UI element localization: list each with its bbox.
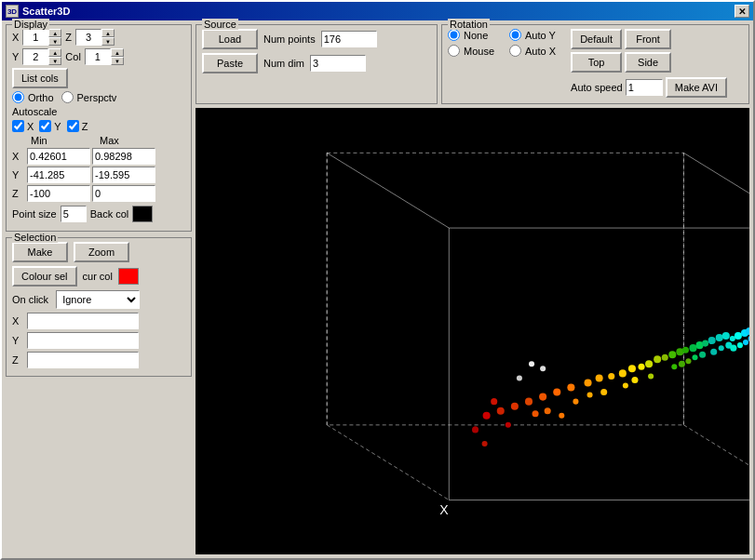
svg-point-81 xyxy=(517,375,522,380)
list-cols-button[interactable]: List cols xyxy=(12,68,68,88)
x-spinner[interactable]: ▲ ▼ xyxy=(22,29,61,46)
svg-point-19 xyxy=(472,426,479,433)
zoom-button[interactable]: Zoom xyxy=(74,242,129,262)
svg-point-52 xyxy=(692,354,697,360)
y-min-input[interactable] xyxy=(27,167,90,183)
svg-point-37 xyxy=(623,382,628,388)
svg-point-36 xyxy=(638,364,644,370)
col-spinner[interactable]: ▲ ▼ xyxy=(85,48,124,65)
svg-text:X: X xyxy=(439,502,449,517)
y-input[interactable] xyxy=(22,48,48,65)
autoscale-z-check[interactable] xyxy=(67,120,79,132)
back-color-swatch[interactable] xyxy=(132,206,153,222)
sel-z-input[interactable] xyxy=(27,352,139,368)
x-min-input[interactable] xyxy=(27,148,90,165)
svg-point-35 xyxy=(628,365,636,372)
svg-point-43 xyxy=(668,351,676,358)
z-max-input[interactable] xyxy=(92,185,155,202)
on-click-select[interactable]: Ignore Select Deselect xyxy=(56,290,140,309)
svg-line-5 xyxy=(683,153,749,228)
rot-autoy-radio[interactable] xyxy=(509,29,521,41)
svg-point-39 xyxy=(645,360,653,367)
col-up-btn[interactable]: ▲ xyxy=(111,48,124,57)
title-bar: 3D Scatter3D ✕ xyxy=(2,2,753,20)
display-group-label: Display xyxy=(12,19,49,30)
sel-z-label: Z xyxy=(12,354,25,366)
source-group-label: Source xyxy=(202,19,238,30)
z-min-input[interactable] xyxy=(27,185,90,202)
y-down-btn[interactable]: ▼ xyxy=(48,57,61,65)
y-up-btn[interactable]: ▲ xyxy=(48,48,61,57)
load-button[interactable]: Load xyxy=(202,29,258,49)
make-avi-button[interactable]: Make AVI xyxy=(666,77,727,98)
svg-point-49 xyxy=(689,344,696,352)
default-button[interactable]: Default xyxy=(571,29,622,49)
autoscale-y-check[interactable] xyxy=(39,120,51,132)
rot-none-radio[interactable] xyxy=(448,29,460,41)
top-button[interactable]: Top xyxy=(571,52,622,73)
auto-speed-input[interactable] xyxy=(626,79,663,96)
x-down-btn[interactable]: ▼ xyxy=(48,37,61,46)
svg-point-68 xyxy=(748,336,749,342)
right-panel: Source Load Num points Paste Num dim Rot… xyxy=(195,24,749,554)
z-input[interactable] xyxy=(75,29,101,46)
svg-point-17 xyxy=(491,398,497,405)
y-max-input[interactable] xyxy=(92,167,155,183)
close-button[interactable]: ✕ xyxy=(735,5,749,18)
rot-autox-radio[interactable] xyxy=(509,45,521,57)
colour-sel-button[interactable]: Colour sel xyxy=(12,266,77,287)
z-spinner[interactable]: ▲ ▼ xyxy=(75,29,115,46)
ortho-radio[interactable] xyxy=(12,91,24,103)
num-dim-input[interactable] xyxy=(310,55,366,72)
svg-point-27 xyxy=(533,410,539,417)
svg-point-55 xyxy=(716,334,723,341)
x-max-input[interactable] xyxy=(92,148,155,165)
main-window: 3D Scatter3D ✕ Display X ▲ ▼ Z xyxy=(0,0,755,560)
y-spinner[interactable]: ▲ ▼ xyxy=(22,48,61,65)
rot-mouse-radio[interactable] xyxy=(448,45,460,57)
svg-point-54 xyxy=(708,337,716,344)
rot-none-label: None xyxy=(464,30,488,41)
x-input[interactable] xyxy=(22,29,48,46)
col-input[interactable] xyxy=(85,48,111,65)
rotation-group: Rotation None Mouse xyxy=(441,24,749,104)
on-click-label: On click xyxy=(12,294,48,305)
svg-point-40 xyxy=(654,355,661,363)
make-button[interactable]: Make xyxy=(12,242,68,262)
cur-color-swatch[interactable] xyxy=(118,268,139,285)
svg-point-80 xyxy=(540,366,546,371)
autoscale-x-check[interactable] xyxy=(12,120,24,132)
rot-mouse-label: Mouse xyxy=(464,46,494,57)
sel-x-label: X xyxy=(12,315,25,327)
svg-point-15 xyxy=(497,407,505,415)
perspctv-radio[interactable] xyxy=(61,91,74,103)
svg-line-1 xyxy=(327,425,449,500)
scatter-canvas[interactable]: Y X Z xyxy=(195,108,749,554)
svg-point-58 xyxy=(719,345,724,351)
sel-y-input[interactable] xyxy=(27,332,139,349)
left-panel: Display X ▲ ▼ Z ▲ xyxy=(6,24,192,554)
x-axis-label: X xyxy=(12,32,19,43)
cur-col-label: cur col xyxy=(83,271,113,282)
side-button[interactable]: Side xyxy=(625,52,671,73)
front-button[interactable]: Front xyxy=(625,29,671,49)
num-points-input[interactable] xyxy=(321,31,377,47)
num-dim-label: Num dim xyxy=(263,58,304,69)
svg-point-56 xyxy=(722,332,730,340)
svg-point-82 xyxy=(529,361,534,367)
paste-button[interactable]: Paste xyxy=(202,53,258,73)
point-size-input[interactable] xyxy=(61,206,87,222)
rotation-group-label: Rotation xyxy=(448,19,490,30)
top-panels: Source Load Num points Paste Num dim Rot… xyxy=(195,24,749,104)
z-down-btn[interactable]: ▼ xyxy=(101,37,115,46)
window-title: Scatter3D xyxy=(22,6,70,17)
svg-point-61 xyxy=(735,332,742,340)
min-header: Min xyxy=(31,135,94,146)
autoscale-label: Autoscale xyxy=(12,106,57,117)
sel-x-input[interactable] xyxy=(27,313,139,329)
z-up-btn[interactable]: ▲ xyxy=(101,29,115,37)
x-up-btn[interactable]: ▲ xyxy=(48,29,61,37)
col-down-btn[interactable]: ▼ xyxy=(111,57,124,65)
svg-point-30 xyxy=(596,374,603,381)
z-axis-label: Z xyxy=(65,32,72,43)
